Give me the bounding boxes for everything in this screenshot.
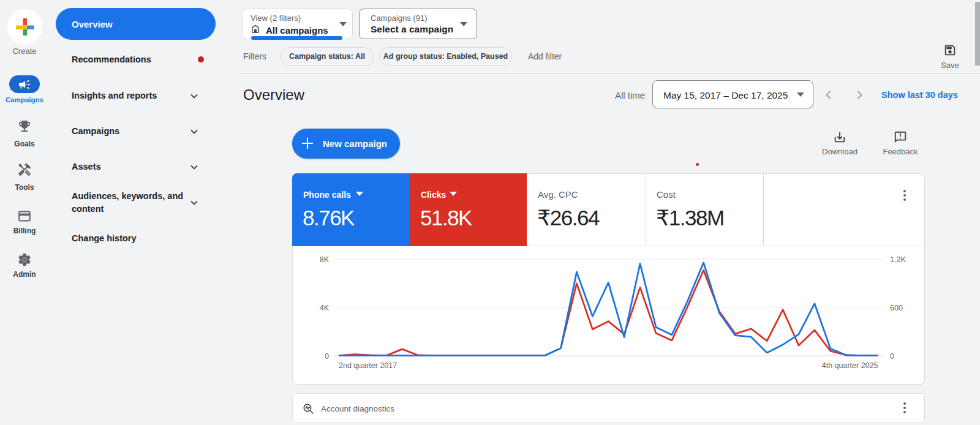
svg-text:0: 0	[890, 352, 894, 361]
svg-text:600: 600	[890, 304, 903, 312]
svg-text:4K: 4K	[320, 304, 330, 312]
svg-text:8K: 8K	[320, 255, 330, 264]
svg-text:0: 0	[325, 352, 329, 361]
svg-text:1.2K: 1.2K	[890, 255, 906, 264]
svg-text:2nd quarter 2017: 2nd quarter 2017	[339, 361, 397, 370]
svg-text:4th quarter 2025: 4th quarter 2025	[822, 361, 878, 370]
